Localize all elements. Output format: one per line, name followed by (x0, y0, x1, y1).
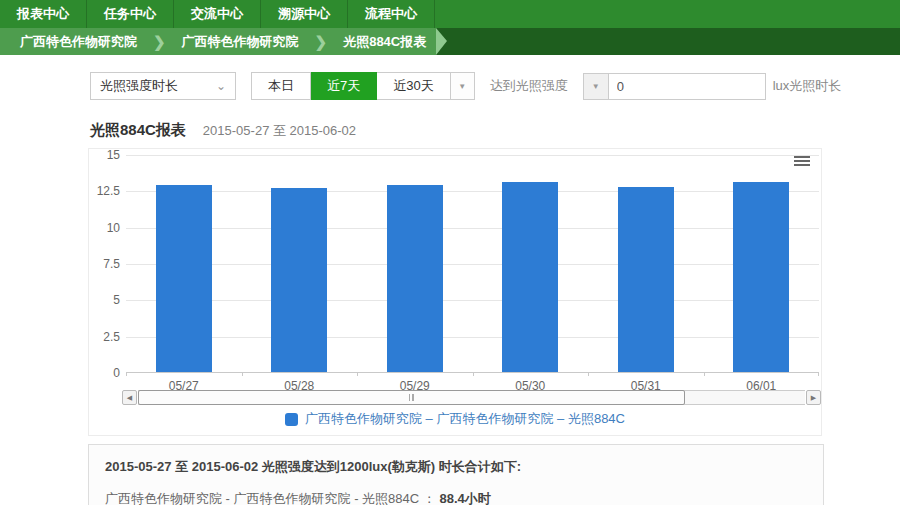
gridline (126, 264, 819, 265)
page: 报表中心任务中心交流中心溯源中心流程中心 广西特色作物研究院❯广西特色作物研究院… (0, 0, 900, 505)
chart-panel: 02.557.51012.515 05/2705/2805/2905/3005/… (88, 148, 822, 436)
report-header: 光照884C报表 2015-05-27 至 2015-06-02 (88, 121, 900, 141)
nav-item-1[interactable]: 报表中心 (0, 0, 87, 28)
legend-label: 广西特色作物研究院 – 广西特色作物研究院 – 光照884C (305, 410, 625, 428)
x-axis-tick (242, 372, 243, 376)
bar-05/31[interactable] (618, 187, 674, 372)
range-caret-button[interactable]: ▼ (451, 72, 475, 100)
threshold-input[interactable] (609, 73, 766, 100)
summary-series-label: 广西特色作物研究院 - 广西特色作物研究院 - 光照884C ： (105, 491, 439, 505)
report-title: 光照884C报表 (90, 121, 186, 140)
y-tick-label: 15 (107, 148, 120, 162)
x-axis-tick (588, 372, 589, 376)
threshold-mini-select[interactable]: ▼ (583, 73, 609, 100)
breadcrumb: 广西特色作物研究院❯广西特色作物研究院❯光照884C报表 (0, 28, 900, 55)
caret-down-icon: ▼ (592, 82, 600, 91)
y-tick-label: 7.5 (103, 257, 120, 271)
bar-05/27[interactable] (156, 185, 212, 372)
scroll-grip-icon (409, 394, 414, 401)
report-date-range: 2015-05-27 至 2015-06-02 (203, 122, 356, 140)
breadcrumb-filler (447, 28, 900, 55)
nav-item-4[interactable]: 溯源中心 (261, 0, 348, 28)
bar-05/28[interactable] (271, 188, 327, 372)
bar-05/29[interactable] (387, 185, 443, 372)
metric-select-value: 光照强度时长 (100, 77, 178, 95)
unit-label: lux光照时长 (773, 77, 842, 95)
breadcrumb-arrow-icon (436, 28, 447, 55)
gridline (126, 228, 819, 229)
bar-06/01[interactable] (733, 182, 789, 372)
scroll-right-button[interactable]: ▶ (806, 390, 821, 405)
summary-value: 88.4小时 (439, 491, 490, 505)
chart-scrollbar: ◀ ▶ (122, 390, 821, 405)
chevron-down-icon: ⌄ (216, 79, 226, 93)
x-axis-tick (818, 372, 819, 376)
nav-item-2[interactable]: 任务中心 (87, 0, 174, 28)
y-tick-label: 2.5 (103, 330, 120, 344)
chart-legend[interactable]: 广西特色作物研究院 – 广西特色作物研究院 – 光照884C (89, 410, 821, 428)
gridline (126, 155, 819, 156)
scroll-track[interactable] (138, 390, 805, 405)
bar-05/30[interactable] (502, 182, 558, 372)
scroll-thumb[interactable] (138, 390, 685, 405)
y-tick-label: 5 (113, 293, 120, 307)
breadcrumb-strip: 广西特色作物研究院❯广西特色作物研究院❯光照884C报表 (0, 28, 436, 55)
legend-marker-icon (285, 413, 298, 426)
summary-box: 2015-05-27 至 2015-06-02 光照强度达到1200lux(勒克… (88, 444, 824, 505)
breadcrumb-chevron-icon: ❯ (309, 33, 334, 51)
metric-select[interactable]: 光照强度时长 ⌄ (90, 72, 236, 100)
y-tick-label: 10 (107, 221, 120, 235)
content: 光照强度时长 ⌄ 本日近7天近30天▼ 达到光照强度 ▼ lux光照时长 光照8… (0, 72, 900, 505)
controls-row: 光照强度时长 ⌄ 本日近7天近30天▼ 达到光照强度 ▼ lux光照时长 (88, 72, 900, 100)
gridline (126, 337, 819, 338)
x-axis-tick (473, 372, 474, 376)
y-axis: 02.557.51012.515 (89, 155, 120, 373)
gridline (126, 191, 819, 192)
breadcrumb-item-2[interactable]: 广西特色作物研究院 (172, 33, 309, 51)
breadcrumb-item-1[interactable]: 广西特色作物研究院 (10, 33, 147, 51)
range-button-1[interactable]: 本日 (251, 72, 311, 100)
summary-line: 广西特色作物研究院 - 广西特色作物研究院 - 光照884C ： 88.4小时 (105, 490, 807, 505)
breadcrumb-item-3[interactable]: 光照884C报表 (333, 33, 436, 51)
top-nav: 报表中心任务中心交流中心溯源中心流程中心 (0, 0, 900, 28)
plot-area: 05/2705/2805/2905/3005/3106/01 (126, 155, 819, 373)
nav-item-3[interactable]: 交流中心 (174, 0, 261, 28)
x-axis-tick (704, 372, 705, 376)
summary-heading: 2015-05-27 至 2015-06-02 光照强度达到1200lux(勒克… (105, 458, 807, 476)
x-axis-tick (357, 372, 358, 376)
y-tick-label: 0 (113, 366, 120, 380)
threshold-label: 达到光照强度 (490, 77, 568, 95)
range-button-group: 本日近7天近30天▼ (251, 72, 475, 100)
scroll-left-button[interactable]: ◀ (122, 390, 137, 405)
gridline (126, 300, 819, 301)
x-axis-tick (126, 372, 127, 376)
nav-item-5[interactable]: 流程中心 (348, 0, 435, 28)
range-button-3[interactable]: 近30天 (377, 72, 450, 100)
range-button-2[interactable]: 近7天 (311, 72, 377, 100)
breadcrumb-chevron-icon: ❯ (147, 33, 172, 51)
y-tick-label: 12.5 (97, 184, 120, 198)
